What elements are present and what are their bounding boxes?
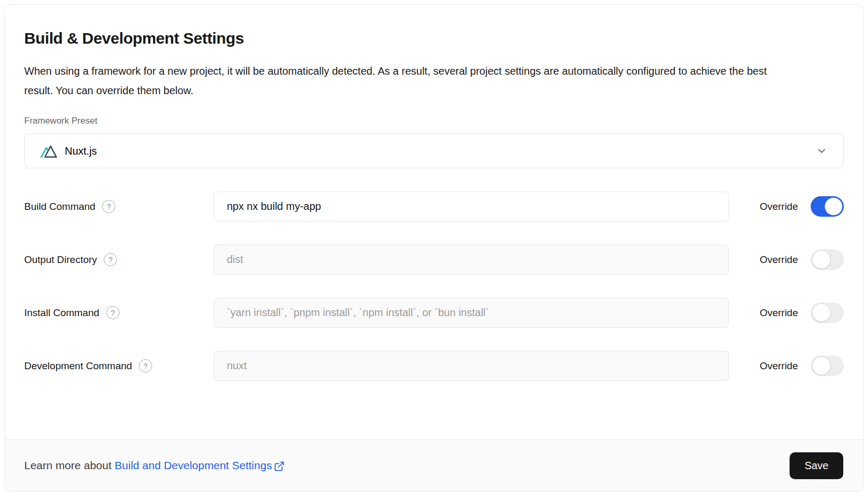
build-command-override-toggle[interactable] [811, 196, 844, 217]
framework-selected-option: Nuxt.js [41, 144, 97, 158]
output-directory-override-toggle[interactable] [811, 249, 844, 270]
output-directory-input [214, 245, 729, 275]
install-command-row: Install Command ? Override [24, 298, 844, 328]
chevron-down-icon [816, 145, 827, 157]
help-icon[interactable]: ? [106, 306, 119, 319]
card-footer: Learn more about Build and Development S… [5, 439, 863, 491]
development-command-label: Development Command ? [24, 359, 214, 372]
install-command-label-text: Install Command [24, 307, 99, 319]
development-command-row: Development Command ? Override [24, 351, 844, 381]
toggle-knob [812, 357, 831, 375]
override-label: Override [760, 201, 798, 212]
build-command-input[interactable] [214, 191, 729, 221]
build-command-label: Build Command ? [24, 200, 214, 213]
framework-selected-name: Nuxt.js [65, 145, 97, 157]
toggle-knob [824, 197, 843, 216]
override-label: Override [760, 254, 798, 266]
help-icon[interactable]: ? [102, 200, 115, 213]
help-icon[interactable]: ? [139, 359, 152, 372]
build-command-override: Override [729, 196, 844, 217]
build-command-label-text: Build Command [24, 201, 95, 212]
build-command-row: Build Command ? Override [24, 191, 844, 221]
development-command-override: Override [729, 356, 844, 376]
external-link-icon [274, 461, 285, 472]
card-body: Build & Development Settings When using … [5, 5, 863, 439]
override-label: Override [760, 360, 798, 372]
framework-preset-label: Framework Preset [24, 115, 844, 127]
output-directory-label: Output Directory ? [24, 253, 214, 266]
help-icon[interactable]: ? [104, 253, 117, 266]
output-directory-row: Output Directory ? Override [24, 245, 844, 275]
output-directory-label-text: Output Directory [24, 254, 97, 266]
install-command-override-toggle[interactable] [811, 302, 844, 323]
learn-more-link[interactable]: Build and Development Settings [115, 459, 285, 472]
toggle-knob [812, 250, 831, 269]
development-command-input [214, 351, 729, 381]
learn-more-link-text: Build and Development Settings [115, 459, 272, 472]
learn-more-prefix: Learn more about [24, 459, 112, 472]
output-directory-override: Override [729, 249, 844, 270]
override-label: Override [760, 307, 798, 319]
framework-preset-select[interactable]: Nuxt.js [24, 134, 844, 168]
build-settings-card: Build & Development Settings When using … [4, 4, 864, 492]
learn-more-text: Learn more about Build and Development S… [24, 459, 285, 472]
development-command-label-text: Development Command [24, 360, 132, 372]
nuxt-logo-icon [41, 144, 57, 158]
development-command-override-toggle[interactable] [811, 356, 844, 376]
page-title: Build & Development Settings [24, 28, 844, 49]
panel-description: When using a framework for a new project… [24, 62, 785, 100]
save-button[interactable]: Save [790, 452, 843, 479]
toggle-knob [812, 303, 831, 322]
install-command-label: Install Command ? [24, 306, 214, 319]
install-command-override: Override [729, 302, 844, 323]
install-command-input [214, 298, 729, 328]
